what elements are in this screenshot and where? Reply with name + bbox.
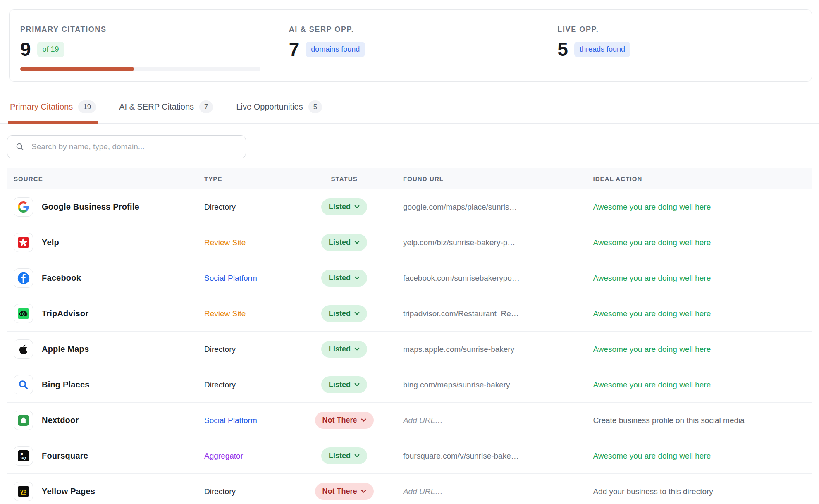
found-url: yelp.com/biz/sunrise-bakery-p…: [403, 238, 593, 247]
found-url: maps.apple.com/sunrise-bakery: [403, 345, 593, 354]
source-name: TripAdvisor: [42, 309, 88, 318]
type-label: Directory: [204, 203, 321, 212]
status-dropdown[interactable]: Listed: [321, 305, 367, 322]
ideal-action: Add your business to this directory: [593, 487, 812, 496]
table-row: Nextdoor Social Platform Not There Add U…: [7, 403, 812, 438]
search-input[interactable]: [7, 135, 246, 158]
stat-card-live-opp: LIVE OPP. 5 threads found: [543, 10, 812, 81]
chevron-down-icon: [354, 276, 360, 280]
source-name: Foursquare: [42, 451, 88, 461]
source-name: Nextdoor: [42, 416, 79, 425]
source-name: Apple Maps: [42, 344, 89, 354]
ideal-action: Awesome you are doing well here: [593, 238, 812, 247]
column-header-type: TYPE: [204, 175, 321, 182]
ideal-action: Awesome you are doing well here: [593, 274, 812, 283]
table-row: Facebook Social Platform Listed facebook…: [7, 260, 812, 296]
stat-label: PRIMARY CITATIONS: [20, 25, 260, 34]
table-row: Apple Maps Directory Listed maps.apple.c…: [7, 332, 812, 367]
found-url: bing.com/maps/sunrise-bakery: [403, 380, 593, 389]
tripadvisor-logo-icon: [14, 304, 33, 323]
status-dropdown[interactable]: Listed: [321, 198, 367, 215]
stats-summary: PRIMARY CITATIONS 9 of 19 AI & SERP OPP.…: [9, 9, 812, 82]
stat-card-primary-citations: PRIMARY CITATIONS 9 of 19: [10, 10, 275, 81]
chevron-down-icon: [354, 347, 360, 351]
type-label: Directory: [204, 380, 321, 389]
chevron-down-icon: [361, 490, 366, 493]
tab-label: AI & SERP Citations: [119, 102, 194, 112]
search-icon: [15, 142, 24, 151]
ideal-action: Awesome you are doing well here: [593, 203, 812, 212]
column-header-ideal-action: IDEAL ACTION: [593, 175, 812, 182]
type-label: Social Platform: [204, 416, 321, 425]
yelp-logo-icon: [14, 233, 33, 252]
add-url-field[interactable]: Add URL…: [403, 487, 593, 496]
google-logo-icon: [14, 197, 33, 217]
found-url: foursquare.com/v/sunrise-bake…: [403, 451, 593, 461]
table-row: Bing Places Directory Listed bing.com/ma…: [7, 367, 812, 403]
source-name: Yellow Pages: [42, 487, 95, 496]
table-row: yp Yellow Pages Directory Not There Add …: [7, 474, 812, 504]
tab-count-badge: 7: [199, 100, 213, 113]
status-dropdown[interactable]: Listed: [321, 341, 367, 358]
status-dropdown[interactable]: Listed: [321, 270, 367, 287]
citations-tabs: Primary Citations 19 AI & SERP Citations…: [0, 94, 819, 124]
nextdoor-logo-icon: [14, 411, 33, 430]
status-dropdown[interactable]: Listed: [321, 234, 367, 251]
ideal-action: Create business profile on this social m…: [593, 416, 812, 425]
stat-badge: domains found: [306, 42, 365, 57]
citations-progress-track: [20, 67, 260, 71]
table-row: Yelp Review Site Listed yelp.com/biz/sun…: [7, 225, 812, 260]
stat-value: 9: [20, 41, 31, 59]
search-bar: [7, 135, 246, 158]
source-name: Bing Places: [42, 380, 90, 389]
tab-label: Primary Citations: [10, 102, 73, 112]
type-label: Social Platform: [204, 274, 321, 283]
found-url: google.com/maps/place/sunris…: [403, 203, 593, 212]
found-url: facebook.com/sunrisebakerypo…: [403, 274, 593, 283]
stat-value: 5: [557, 41, 568, 59]
type-label: Review Site: [204, 309, 321, 318]
type-label: Directory: [204, 345, 321, 354]
chevron-down-icon: [354, 205, 360, 209]
chevron-down-icon: [354, 383, 360, 387]
facebook-logo-icon: [14, 268, 33, 288]
svg-text:SQ: SQ: [21, 456, 26, 460]
stat-badge: of 19: [37, 42, 64, 57]
tab-ai-serp-citations[interactable]: AI & SERP Citations 7: [117, 94, 215, 124]
ideal-action: Awesome you are doing well here: [593, 380, 812, 389]
bing-search-logo-icon: [14, 375, 33, 394]
foursquare-logo-icon: F SQ: [14, 446, 33, 466]
table-row: F SQ Foursquare Aggregator Listed foursq…: [7, 438, 812, 474]
chevron-down-icon: [354, 454, 360, 458]
status-dropdown[interactable]: Not There: [315, 483, 374, 500]
tab-count-badge: 5: [308, 100, 322, 113]
ideal-action: Awesome you are doing well here: [593, 451, 812, 461]
status-dropdown[interactable]: Listed: [321, 376, 367, 393]
type-label: Review Site: [204, 238, 321, 247]
tab-live-opportunities[interactable]: Live Opportunities 5: [234, 94, 324, 124]
column-header-status: STATUS: [321, 175, 403, 182]
chevron-down-icon: [354, 312, 360, 315]
stat-label: AI & SERP OPP.: [289, 25, 529, 34]
tab-primary-citations[interactable]: Primary Citations 19: [8, 94, 98, 124]
status-dropdown[interactable]: Not There: [315, 412, 374, 429]
svg-text:yp: yp: [20, 489, 26, 494]
ideal-action: Awesome you are doing well here: [593, 309, 812, 318]
add-url-field[interactable]: Add URL…: [403, 416, 593, 425]
status-dropdown[interactable]: Listed: [321, 447, 367, 464]
source-name: Facebook: [42, 273, 81, 283]
tab-count-badge: 19: [78, 100, 96, 113]
tab-label: Live Opportunities: [236, 102, 303, 112]
ideal-action: Awesome you are doing well here: [593, 345, 812, 354]
type-label: Aggregator: [204, 451, 321, 461]
stat-value: 7: [289, 41, 300, 59]
table-row: TripAdvisor Review Site Listed tripadvis…: [7, 296, 812, 332]
stat-label: LIVE OPP.: [557, 25, 798, 34]
table-header: SOURCE TYPE STATUS FOUND URL IDEAL ACTIO…: [7, 168, 812, 189]
primary-progress-fill: [20, 67, 134, 71]
chevron-down-icon: [354, 241, 360, 244]
column-header-source: SOURCE: [7, 175, 204, 182]
citations-table: SOURCE TYPE STATUS FOUND URL IDEAL ACTIO…: [7, 168, 812, 504]
found-url: tripadvisor.com/Restaurant_Re…: [403, 309, 593, 318]
source-name: Yelp: [42, 238, 59, 247]
